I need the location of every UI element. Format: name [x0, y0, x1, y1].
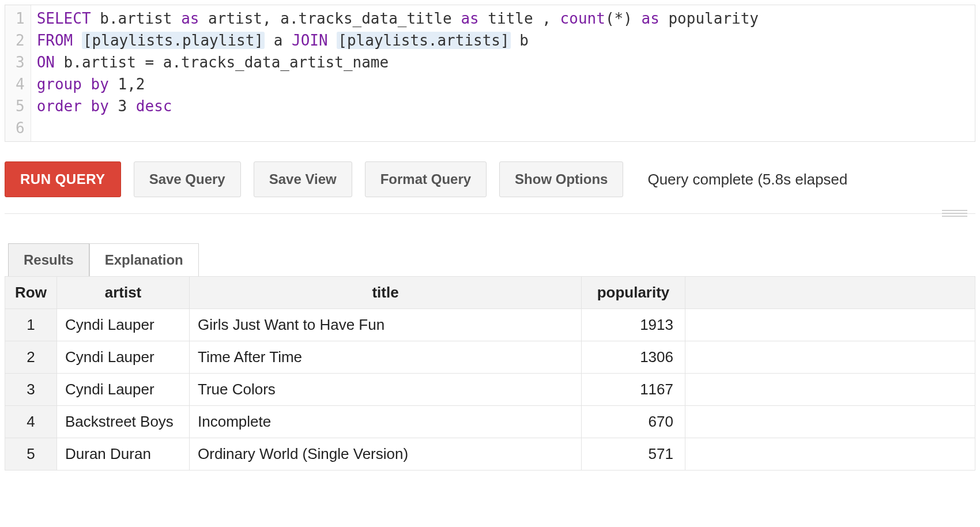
cell-rownum: 2 [5, 341, 57, 374]
cell-popularity: 1913 [582, 309, 685, 341]
cell-popularity: 1167 [582, 374, 685, 406]
cell-artist: Cyndi Lauper [57, 341, 190, 374]
table-row: 2Cyndi LauperTime After Time1306 [5, 341, 975, 374]
drag-handle-icon[interactable] [942, 210, 967, 217]
col-header-empty [685, 277, 975, 309]
cell-popularity: 670 [582, 406, 685, 438]
query-toolbar: RUN QUERY Save Query Save View Format Qu… [0, 142, 980, 213]
col-header-popularity: popularity [582, 277, 685, 309]
show-options-button[interactable]: Show Options [499, 161, 623, 197]
cell-title: Incomplete [190, 406, 582, 438]
code-line[interactable]: order by 3 desc [37, 95, 759, 117]
cell-rownum: 3 [5, 374, 57, 406]
sql-code-area[interactable]: SELECT b.artist as artist, a.tracks_data… [31, 5, 764, 141]
line-number: 6 [16, 117, 25, 139]
cell-rownum: 4 [5, 406, 57, 438]
cell-title: Time After Time [190, 341, 582, 374]
col-header-title: title [190, 277, 582, 309]
save-query-button[interactable]: Save Query [134, 161, 241, 197]
cell-artist: Backstreet Boys [57, 406, 190, 438]
table-header-row: Row artist title popularity [5, 277, 975, 309]
cell-rownum: 1 [5, 309, 57, 341]
tab-explanation[interactable]: Explanation [89, 243, 199, 276]
cell-rownum: 5 [5, 438, 57, 470]
results-table: Row artist title popularity 1Cyndi Laupe… [5, 276, 975, 470]
cell-artist: Duran Duran [57, 438, 190, 470]
cell-popularity: 1306 [582, 341, 685, 374]
table-row: 4Backstreet BoysIncomplete670 [5, 406, 975, 438]
cell-title: Ordinary World (Single Version) [190, 438, 582, 470]
results-tabs: Results Explanation [8, 243, 974, 276]
line-number: 3 [16, 51, 25, 73]
cell-popularity: 571 [582, 438, 685, 470]
table-row: 1Cyndi LauperGirls Just Want to Have Fun… [5, 309, 975, 341]
cell-empty [685, 438, 975, 470]
sql-editor[interactable]: 123456 SELECT b.artist as artist, a.trac… [5, 5, 975, 142]
line-number: 1 [16, 7, 25, 29]
table-row: 3Cyndi LauperTrue Colors1167 [5, 374, 975, 406]
tab-results[interactable]: Results [8, 243, 89, 276]
code-line[interactable]: SELECT b.artist as artist, a.tracks_data… [37, 7, 759, 29]
cell-artist: Cyndi Lauper [57, 309, 190, 341]
line-number-gutter: 123456 [5, 5, 31, 141]
table-row: 5Duran DuranOrdinary World (Single Versi… [5, 438, 975, 470]
code-line[interactable]: ON b.artist = a.tracks_data_artist_name [37, 51, 759, 73]
format-query-button[interactable]: Format Query [365, 161, 487, 197]
cell-title: Girls Just Want to Have Fun [190, 309, 582, 341]
query-status-text: Query complete (5.8s elapsed [647, 171, 847, 189]
save-view-button[interactable]: Save View [254, 161, 352, 197]
col-header-artist: artist [57, 277, 190, 309]
col-header-row: Row [5, 277, 57, 309]
cell-empty [685, 341, 975, 374]
cell-title: True Colors [190, 374, 582, 406]
cell-empty [685, 374, 975, 406]
line-number: 2 [16, 29, 25, 51]
line-number: 4 [16, 73, 25, 95]
run-query-button[interactable]: RUN QUERY [5, 161, 121, 197]
code-line[interactable] [37, 117, 759, 139]
cell-artist: Cyndi Lauper [57, 374, 190, 406]
code-line[interactable]: group by 1,2 [37, 73, 759, 95]
cell-empty [685, 406, 975, 438]
line-number: 5 [16, 95, 25, 117]
cell-empty [685, 309, 975, 341]
resize-divider[interactable] [5, 213, 975, 220]
code-line[interactable]: FROM [playlists.playlist] a JOIN [playli… [37, 29, 759, 51]
